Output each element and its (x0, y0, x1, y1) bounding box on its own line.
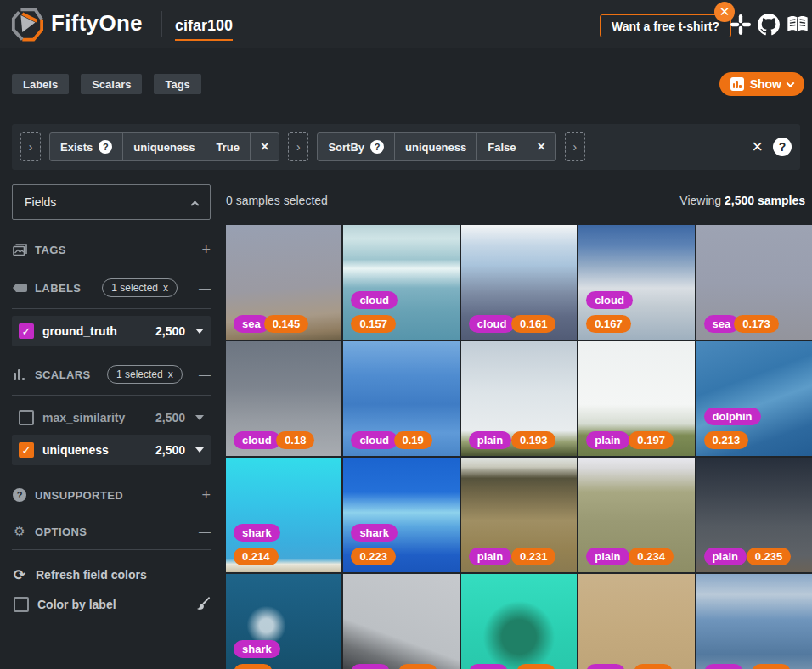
uniqueness-value-tag[interactable]: 0.197 (629, 431, 674, 449)
help-icon[interactable]: ? (370, 140, 384, 154)
sample-tile[interactable]: plain0.197 (578, 341, 694, 456)
uniqueness-value-tag[interactable]: 0.19 (394, 431, 432, 449)
sample-tile[interactable]: cloud0.19 (343, 341, 459, 456)
color-by-label-toggle[interactable]: Color by label (12, 593, 211, 616)
fields-dropdown[interactable]: Fields (12, 184, 211, 220)
sample-tile[interactable]: sea0.173 (696, 225, 812, 340)
sample-tile[interactable] (578, 574, 694, 669)
uniqueness-value-tag[interactable]: 0.145 (264, 315, 309, 333)
label-tag[interactable] (704, 664, 743, 669)
show-button[interactable]: Show (719, 72, 804, 96)
uniqueness-checkbox[interactable]: ✓ (19, 442, 34, 458)
label-tag[interactable]: cloud (351, 291, 398, 309)
label-tag[interactable]: plain (469, 548, 511, 565)
collapse-options-icon[interactable]: — (199, 526, 211, 537)
uniqueness-value-tag[interactable]: 0.173 (734, 315, 779, 333)
sample-tile[interactable]: sea0.145 (226, 225, 341, 340)
stage-value-segment[interactable]: True (206, 133, 251, 160)
stage-bar-help-icon[interactable]: ? (773, 138, 792, 156)
stage-field-segment[interactable]: uniqueness (123, 133, 206, 160)
sample-tile[interactable]: plain0.193 (461, 341, 577, 456)
stage-field-segment[interactable]: uniqueness (395, 133, 477, 160)
stage-remove-icon[interactable]: × (251, 133, 279, 160)
section-scalars[interactable]: SCALARS 1 selected x — (12, 362, 211, 387)
slack-icon[interactable] (730, 14, 751, 35)
label-tag[interactable]: cloud (469, 315, 516, 333)
add-stage-button[interactable]: › (20, 132, 41, 161)
stage-remove-icon[interactable]: × (527, 133, 555, 160)
label-tag[interactable] (351, 664, 390, 669)
label-tag[interactable] (469, 664, 508, 669)
max-similarity-checkbox[interactable] (19, 410, 34, 425)
label-tag[interactable]: cloud (586, 291, 633, 309)
clear-selection-icon[interactable]: x (163, 282, 168, 294)
labels-selected-badge[interactable]: 1 selected x (102, 278, 178, 297)
refresh-field-colors-button[interactable]: ⟳ Refresh field colors (12, 564, 211, 586)
uniqueness-value-tag[interactable]: 0.18 (276, 431, 314, 449)
clear-stages-icon[interactable]: × (752, 138, 763, 156)
section-tags[interactable]: TAGS + (12, 239, 211, 261)
expand-tags-icon[interactable]: + (201, 242, 211, 257)
sample-tile[interactable]: plain0.231 (461, 458, 577, 572)
sample-tile[interactable] (461, 574, 577, 669)
sample-tile[interactable] (343, 574, 459, 669)
field-row-ground-truth[interactable]: ✓ ground_truth 2,500 (12, 316, 211, 346)
stage-exists[interactable]: Exists ? uniqueness True × (49, 132, 279, 161)
uniqueness-value-tag[interactable] (234, 664, 273, 669)
uniqueness-value-tag[interactable]: 0.234 (629, 548, 674, 565)
github-icon[interactable] (758, 14, 780, 36)
scalars-selected-badge[interactable]: 1 selected x (107, 365, 183, 384)
uniqueness-value-tag[interactable]: 0.231 (511, 548, 556, 565)
section-unsupported[interactable]: ? UNSUPPORTED + (12, 484, 211, 506)
brush-icon[interactable] (195, 596, 211, 614)
sample-tile[interactable]: plain0.235 (696, 458, 812, 572)
uniqueness-value-tag[interactable]: 0.213 (704, 431, 749, 449)
color-by-label-checkbox[interactable] (14, 597, 29, 612)
add-stage-button[interactable]: › (288, 132, 308, 161)
dataset-name[interactable]: cifar100 (175, 17, 233, 35)
label-tag[interactable]: plain (704, 548, 747, 565)
uniqueness-value-tag[interactable]: 0.193 (511, 431, 556, 449)
field-row-uniqueness[interactable]: ✓ uniqueness 2,500 (12, 435, 211, 465)
label-tag[interactable]: plain (586, 431, 629, 449)
sample-tile[interactable]: cloud0.18 (226, 341, 341, 456)
stage-sortby[interactable]: SortBy ? uniqueness False × (317, 132, 555, 161)
field-expand-caret-icon[interactable] (195, 447, 204, 453)
uniqueness-value-tag[interactable] (398, 664, 437, 669)
section-labels[interactable]: LABELS 1 selected x — (12, 275, 211, 301)
label-tag[interactable]: cloud (234, 431, 280, 449)
uniqueness-value-tag[interactable]: 0.214 (234, 548, 279, 565)
label-tag[interactable]: plain (469, 431, 511, 449)
expand-unsupported-icon[interactable]: + (201, 487, 211, 503)
tab-labels[interactable]: Labels (12, 74, 69, 94)
clear-selection-icon[interactable]: x (168, 368, 173, 380)
label-tag[interactable]: shark (351, 524, 398, 542)
field-row-max-similarity[interactable]: max_similarity 2,500 (12, 402, 211, 433)
sample-tile[interactable]: shark0.214 (226, 458, 341, 572)
label-tag[interactable]: shark (234, 640, 280, 658)
uniqueness-value-tag[interactable]: 0.235 (747, 548, 792, 565)
help-icon[interactable]: ? (99, 140, 112, 154)
label-tag[interactable]: cloud (351, 431, 398, 449)
collapse-scalars-icon[interactable]: — (199, 368, 211, 380)
uniqueness-value-tag[interactable] (752, 664, 791, 669)
uniqueness-value-tag[interactable]: 0.167 (586, 315, 631, 333)
field-expand-caret-icon[interactable] (195, 415, 204, 420)
stage-name-segment[interactable]: SortBy ? (318, 133, 395, 160)
collapse-labels-icon[interactable]: — (199, 282, 211, 294)
ground-truth-checkbox[interactable]: ✓ (19, 323, 34, 339)
sample-tile[interactable]: cloud0.167 (578, 225, 694, 340)
label-tag[interactable]: plain (586, 548, 629, 565)
uniqueness-value-tag[interactable] (634, 664, 673, 669)
sample-tile[interactable]: dolphin0.213 (696, 341, 812, 456)
tshirt-offer-button[interactable]: Want a free t-shirt? (600, 14, 731, 37)
uniqueness-value-tag[interactable]: 0.223 (351, 548, 396, 565)
label-tag[interactable]: shark (234, 524, 280, 542)
docs-book-icon[interactable] (787, 14, 809, 36)
label-tag[interactable] (586, 664, 625, 669)
sample-tile[interactable]: cloud0.157 (343, 225, 459, 340)
uniqueness-value-tag[interactable]: 0.161 (511, 315, 556, 333)
uniqueness-value-tag[interactable] (516, 664, 555, 669)
stage-name-segment[interactable]: Exists ? (50, 133, 123, 160)
sample-tile[interactable]: plain0.234 (578, 458, 694, 572)
